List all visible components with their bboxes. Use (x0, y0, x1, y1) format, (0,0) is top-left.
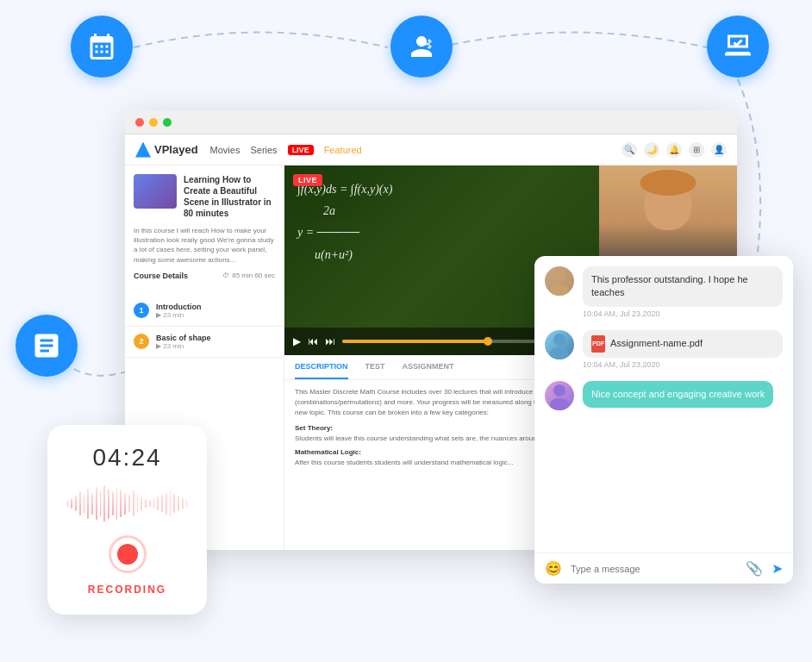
tab-description[interactable]: DESCRIPTION (295, 355, 348, 379)
chat-message-3: Nice concept and engaging creative work (545, 381, 783, 410)
lesson-1-duration: ▶ 23 min (156, 311, 275, 319)
chat-message-2: PDF Assignment-name.pdf 10:04 AM, Jul 23… (545, 330, 783, 369)
chat-bubble-teal: Nice concept and engaging creative work (583, 381, 773, 408)
calendar-icon (71, 16, 133, 78)
emoji-button[interactable]: 😊 (545, 560, 562, 577)
message-input[interactable] (571, 564, 737, 574)
recording-widget: 04:24 RECORDING (47, 425, 207, 615)
skip-fwd-button[interactable]: ⏭ (325, 335, 335, 347)
recording-button[interactable] (109, 535, 147, 573)
lesson-1[interactable]: 1 Introduction ▶ 23 min (125, 296, 284, 327)
chat-bubble-area-1: This professor outstanding. I hope he te… (583, 266, 783, 318)
nav-movies[interactable]: Movies (210, 145, 240, 155)
user-transfer-icon (390, 16, 453, 78)
course-header: Learning How to Create a Beautiful Scene… (125, 166, 284, 296)
logo-icon (135, 142, 151, 158)
tab-test[interactable]: TEST (365, 355, 385, 379)
close-dot[interactable] (135, 118, 144, 127)
live-badge: LIVE (293, 174, 322, 186)
section1-title: Set Theory: (295, 424, 333, 432)
user-icon[interactable]: 👤 (711, 142, 727, 158)
chat-bubble-area-2: PDF Assignment-name.pdf 10:04 AM, Jul 23… (583, 330, 783, 369)
avatar-2 (545, 330, 574, 359)
nav-icons: 🔍 🌙 🔔 ⊞ 👤 (621, 142, 727, 158)
avatar-3 (545, 381, 574, 410)
grid-icon[interactable]: ⊞ (689, 142, 704, 158)
skip-back-button[interactable]: ⏮ (308, 335, 318, 347)
maximize-dot[interactable] (163, 118, 172, 127)
browser-chrome (125, 110, 737, 134)
theme-icon[interactable]: 🌙 (644, 142, 659, 158)
laptop-learn-icon (707, 16, 769, 78)
chat-panel: This professor outstanding. I hope he te… (534, 256, 793, 584)
nav-links: Movies Series LIVE Featured (210, 145, 362, 155)
recording-label: RECORDING (88, 584, 166, 596)
chat-time-1: 10:04 AM, Jul 23,2020 (583, 309, 783, 318)
avatar-1 (545, 266, 574, 296)
course-description: In this course I will reach How to make … (134, 226, 275, 265)
nav-live-badge[interactable]: LIVE (288, 145, 314, 155)
course-details-row: Course Details ⏱ 85 min 60 sec (134, 272, 275, 280)
lesson-2-info: Basic of shape ▶ 23 min (156, 334, 275, 350)
chat-bubble-1: This professor outstanding. I hope he te… (583, 266, 783, 307)
lesson-1-name: Introduction (156, 303, 275, 311)
pdf-icon: PDF (591, 335, 605, 353)
lesson-1-info: Introduction ▶ 23 min (156, 303, 275, 319)
notification-icon[interactable]: 🔔 (666, 142, 682, 158)
nav-series[interactable]: Series (250, 145, 277, 155)
chat-message-1: This professor outstanding. I hope he te… (545, 266, 783, 318)
logo-text: VPlayed (154, 143, 198, 156)
recording-time: 04:24 (92, 444, 161, 472)
record-dot (117, 544, 138, 565)
lesson-2-duration: ▶ 23 min (156, 342, 275, 350)
course-time: ⏱ 85 min 60 sec (222, 272, 275, 279)
recording-waveform (67, 482, 188, 525)
chat-bubble-area-3: Nice concept and engaging creative work (583, 381, 783, 408)
chat-input-area: 😊 📎 ➤ (534, 553, 793, 584)
svg-point-0 (99, 36, 104, 41)
logo: VPlayed (135, 142, 198, 158)
chat-time-2: 10:04 AM, Jul 23,2020 (583, 360, 783, 369)
minimize-dot[interactable] (149, 118, 158, 127)
progress-dot (484, 337, 492, 346)
lesson-num-2: 2 (134, 334, 149, 349)
tab-assignment[interactable]: ASSIGNMENT (403, 355, 454, 379)
course-card-icon (16, 315, 78, 377)
section2-title: Mathematical Logic: (295, 448, 361, 456)
lesson-2[interactable]: 2 Basic of shape ▶ 23 min (125, 327, 284, 358)
search-icon[interactable]: 🔍 (621, 142, 637, 158)
chat-bubble-file: PDF Assignment-name.pdf (583, 330, 783, 358)
course-title: Learning How to Create a Beautiful Scene… (184, 174, 275, 219)
attachment-button[interactable]: 📎 (746, 560, 763, 577)
course-thumbnail (134, 174, 177, 209)
chat-messages: This professor outstanding. I hope he te… (534, 256, 793, 553)
lesson-2-name: Basic of shape (156, 334, 275, 342)
lesson-num-1: 1 (134, 303, 149, 318)
math-equations: ∫f(x,y)ds = ∫f(x,y)(x) 2a y = ───── u(n+… (297, 178, 392, 265)
file-name: Assignment-name.pdf (610, 337, 703, 350)
course-details-label: Course Details (134, 272, 188, 280)
send-button[interactable]: ➤ (771, 560, 783, 577)
nav-featured[interactable]: Featured (324, 145, 362, 155)
nav-bar: VPlayed Movies Series LIVE Featured 🔍 🌙 … (125, 134, 737, 166)
play-button[interactable]: ▶ (293, 335, 301, 347)
progress-fill (342, 340, 492, 343)
